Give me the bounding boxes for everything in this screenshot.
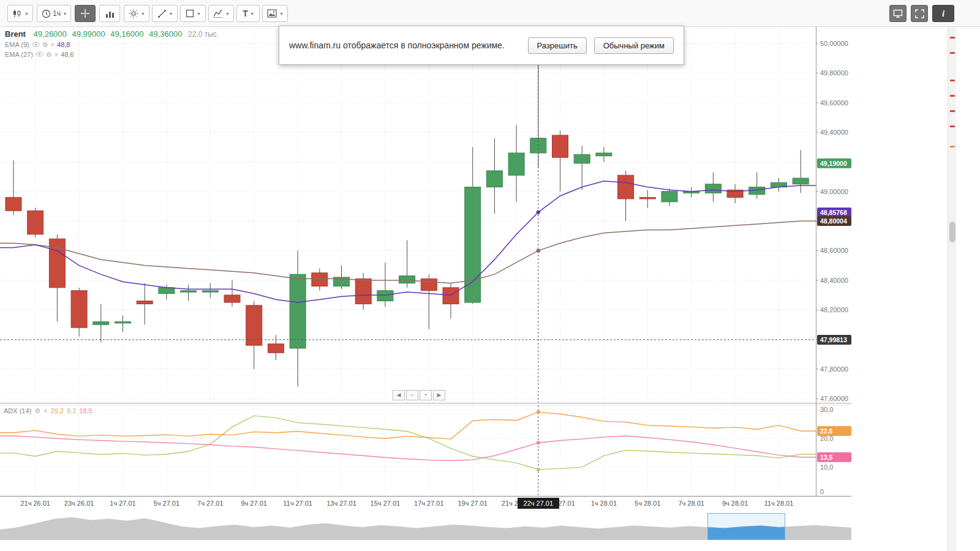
right-scrollbar[interactable]	[948, 27, 956, 551]
time-axis-label: 11ч 27.01	[276, 500, 319, 507]
text-tool-icon: T	[243, 9, 248, 18]
curve-icon	[213, 9, 223, 18]
adx-value: 29,2	[51, 407, 64, 414]
ema9-value: 48,8	[57, 41, 70, 48]
chart-type-button[interactable]	[7, 5, 33, 22]
text-tool-button[interactable]: T	[236, 5, 260, 22]
alert-mark	[950, 80, 955, 81]
high-value: 49,99000	[72, 29, 105, 39]
zoom-out-button[interactable]: −	[406, 390, 418, 400]
indicators-button[interactable]	[99, 5, 120, 22]
svg-text:10,0: 10,0	[820, 463, 833, 471]
candlestick-chart-icon	[12, 9, 22, 18]
adx-label: ADX (14)	[4, 407, 31, 414]
time-axis-label: 5ч 27.01	[145, 500, 188, 507]
normal-mode-button[interactable]: Обычный режим	[594, 37, 674, 54]
shape-tools-button[interactable]	[180, 5, 206, 22]
fullscreen-notification: www.finam.ru отображается в полноэкранно…	[279, 26, 684, 65]
monitor-icon	[893, 9, 903, 18]
crosshair-icon	[80, 9, 90, 18]
curve-tools-button[interactable]	[208, 5, 234, 22]
time-axis-label: 17ч 27.01	[407, 500, 450, 507]
svg-text:13,5: 13,5	[820, 454, 833, 461]
svg-text:50,00000: 50,00000	[820, 40, 848, 47]
scroll-right-button[interactable]: ▶	[433, 390, 445, 400]
svg-text:0: 0	[820, 488, 824, 495]
expand-arrows-icon	[915, 9, 924, 18]
volume-value: 22,0 тыс.	[188, 30, 219, 39]
svg-text:48,80004: 48,80004	[820, 217, 847, 225]
svg-text:49,00000: 49,00000	[820, 188, 848, 195]
scroll-left-button[interactable]: ◀	[393, 390, 405, 400]
svg-text:48,85768: 48,85768	[820, 209, 847, 216]
zoom-in-button[interactable]: +	[420, 390, 432, 400]
info-button[interactable]: i	[932, 5, 954, 22]
line-tools-button[interactable]	[152, 5, 178, 22]
svg-text:48,40000: 48,40000	[820, 277, 848, 284]
svg-text:49,40000: 49,40000	[820, 129, 848, 136]
crosshair-button[interactable]	[75, 5, 96, 22]
close-value: 49,36000	[149, 29, 182, 39]
gear-icon[interactable]: ⚙	[34, 408, 40, 414]
minus-di-value: 18,5	[79, 407, 92, 414]
alert-mark	[950, 52, 955, 54]
ema27-label: EMA (27)	[5, 51, 33, 58]
ema27-value: 48,6	[61, 51, 74, 58]
svg-text:48,60000: 48,60000	[820, 247, 848, 254]
svg-text:47,99813: 47,99813	[820, 336, 847, 343]
price-chart[interactable]: 50,0000049,8000049,6000049,4000049,20000…	[0, 27, 851, 497]
time-axis-label: 21ч 26.01	[14, 500, 57, 507]
ema9-row: EMA (9) ⚙ × 48,8	[5, 40, 219, 48]
ema27-row: EMA (27) ⚙ × 48,6	[5, 50, 219, 58]
close-icon[interactable]: ×	[55, 51, 58, 58]
time-axis-label: 15ч 27.01	[364, 500, 407, 507]
plus-di-value: 9,2	[67, 407, 76, 414]
gear-icon[interactable]: ⚙	[42, 42, 48, 48]
time-axis-label: 11ч 28.01	[758, 500, 801, 507]
appearance-button[interactable]	[124, 5, 149, 22]
gear-icon[interactable]: ⚙	[46, 51, 52, 58]
allow-button[interactable]: Разрешить	[528, 37, 587, 54]
chart-toolbar: 1ч T i	[0, 0, 980, 27]
time-axis-label: 5ч 28.01	[626, 500, 669, 507]
adx-legend: ADX (14) ⚙ × 29,2 9,2 18,5	[4, 407, 92, 414]
time-axis-label: 9ч 28.01	[714, 500, 756, 507]
image-tool-button[interactable]	[262, 5, 288, 22]
close-icon[interactable]: ×	[43, 408, 47, 414]
eye-icon[interactable]	[32, 42, 40, 47]
time-axis-label: 7ч 27.01	[189, 500, 232, 507]
svg-text:47,60000: 47,60000	[820, 395, 848, 402]
rectangle-shape-icon	[186, 9, 194, 18]
histogram-icon	[105, 9, 115, 18]
time-axis-label: 9ч 27.01	[233, 500, 276, 507]
svg-text:48,20000: 48,20000	[820, 306, 848, 313]
alert-mark	[950, 126, 955, 127]
finam-trading-terminal: 1ч T i	[0, 0, 980, 551]
scrollbar-thumb[interactable]	[949, 222, 956, 242]
notification-message: www.finam.ru отображается в полноэкранно…	[289, 40, 521, 50]
sun-icon	[129, 9, 138, 18]
alert-mark	[950, 146, 955, 148]
time-axis-label: 23ч 26.01	[58, 500, 100, 507]
svg-text:30,0: 30,0	[820, 406, 833, 413]
timeframe-button[interactable]: 1ч	[37, 5, 71, 22]
time-axis[interactable]: 21ч 26.0123ч 26.011ч 27.015ч 27.017ч 27.…	[0, 497, 851, 513]
timeframe-label: 1ч	[53, 9, 61, 18]
chart-overview-navigator[interactable]	[0, 513, 851, 540]
ohlc-row: Brent 49,26000 49,99000 49,16000 49,3600…	[5, 29, 219, 39]
eye-icon[interactable]	[36, 51, 43, 57]
fullscreen-button[interactable]	[911, 5, 928, 22]
clock-icon	[42, 9, 51, 18]
time-axis-label: 7ч 28.01	[670, 500, 713, 507]
close-icon[interactable]: ×	[51, 42, 55, 48]
symbol-name: Brent	[5, 29, 26, 39]
time-axis-label: 13ч 27.01	[320, 500, 363, 507]
svg-text:49,60000: 49,60000	[820, 99, 848, 107]
image-icon	[267, 9, 277, 18]
time-axis-label: 1ч 28.01	[582, 500, 625, 507]
alert-mark	[950, 110, 955, 112]
crosshair-time-badge: 22ч 27.01	[518, 498, 559, 509]
screen-mode-button[interactable]	[889, 5, 907, 22]
svg-text:49,19000: 49,19000	[820, 160, 847, 167]
low-value: 49,16000	[110, 29, 143, 39]
